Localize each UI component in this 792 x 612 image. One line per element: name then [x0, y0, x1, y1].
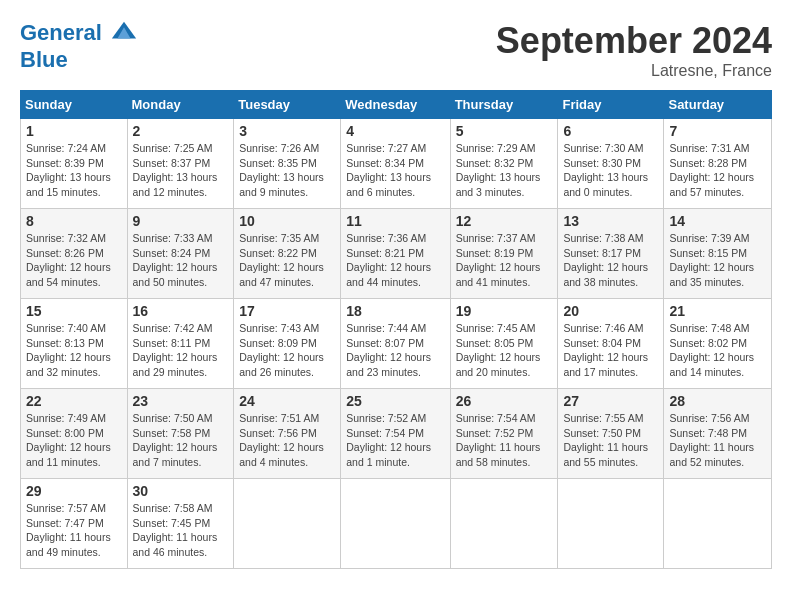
calendar-cell: 7 Sunrise: 7:31 AMSunset: 8:28 PMDayligh… [664, 119, 772, 209]
day-number: 12 [456, 213, 553, 229]
day-info: Sunrise: 7:56 AMSunset: 7:48 PMDaylight:… [669, 411, 766, 470]
header-row: Sunday Monday Tuesday Wednesday Thursday… [21, 91, 772, 119]
calendar-cell: 17 Sunrise: 7:43 AMSunset: 8:09 PMDaylig… [234, 299, 341, 389]
day-number: 27 [563, 393, 658, 409]
calendar-cell: 23 Sunrise: 7:50 AMSunset: 7:58 PMDaylig… [127, 389, 234, 479]
calendar-cell: 13 Sunrise: 7:38 AMSunset: 8:17 PMDaylig… [558, 209, 664, 299]
day-number: 29 [26, 483, 122, 499]
day-number: 4 [346, 123, 444, 139]
day-info: Sunrise: 7:37 AMSunset: 8:19 PMDaylight:… [456, 231, 553, 290]
day-info: Sunrise: 7:45 AMSunset: 8:05 PMDaylight:… [456, 321, 553, 380]
calendar-cell: 3 Sunrise: 7:26 AMSunset: 8:35 PMDayligh… [234, 119, 341, 209]
day-info: Sunrise: 7:55 AMSunset: 7:50 PMDaylight:… [563, 411, 658, 470]
calendar-cell: 2 Sunrise: 7:25 AMSunset: 8:37 PMDayligh… [127, 119, 234, 209]
day-number: 2 [133, 123, 229, 139]
day-info: Sunrise: 7:43 AMSunset: 8:09 PMDaylight:… [239, 321, 335, 380]
day-number: 20 [563, 303, 658, 319]
day-number: 10 [239, 213, 335, 229]
day-info: Sunrise: 7:39 AMSunset: 8:15 PMDaylight:… [669, 231, 766, 290]
day-number: 21 [669, 303, 766, 319]
day-number: 24 [239, 393, 335, 409]
location: Latresne, France [496, 62, 772, 80]
logo-text: General [20, 20, 138, 48]
day-info: Sunrise: 7:52 AMSunset: 7:54 PMDaylight:… [346, 411, 444, 470]
calendar-cell: 15 Sunrise: 7:40 AMSunset: 8:13 PMDaylig… [21, 299, 128, 389]
day-info: Sunrise: 7:46 AMSunset: 8:04 PMDaylight:… [563, 321, 658, 380]
table-row: 8 Sunrise: 7:32 AMSunset: 8:26 PMDayligh… [21, 209, 772, 299]
day-info: Sunrise: 7:54 AMSunset: 7:52 PMDaylight:… [456, 411, 553, 470]
col-friday: Friday [558, 91, 664, 119]
day-info: Sunrise: 7:58 AMSunset: 7:45 PMDaylight:… [133, 501, 229, 560]
day-number: 16 [133, 303, 229, 319]
day-info: Sunrise: 7:49 AMSunset: 8:00 PMDaylight:… [26, 411, 122, 470]
calendar-cell [450, 479, 558, 569]
calendar-cell [664, 479, 772, 569]
calendar-cell: 19 Sunrise: 7:45 AMSunset: 8:05 PMDaylig… [450, 299, 558, 389]
calendar-cell: 6 Sunrise: 7:30 AMSunset: 8:30 PMDayligh… [558, 119, 664, 209]
calendar-cell: 20 Sunrise: 7:46 AMSunset: 8:04 PMDaylig… [558, 299, 664, 389]
day-info: Sunrise: 7:30 AMSunset: 8:30 PMDaylight:… [563, 141, 658, 200]
table-row: 15 Sunrise: 7:40 AMSunset: 8:13 PMDaylig… [21, 299, 772, 389]
col-tuesday: Tuesday [234, 91, 341, 119]
day-number: 30 [133, 483, 229, 499]
calendar-cell: 27 Sunrise: 7:55 AMSunset: 7:50 PMDaylig… [558, 389, 664, 479]
table-row: 29 Sunrise: 7:57 AMSunset: 7:47 PMDaylig… [21, 479, 772, 569]
col-sunday: Sunday [21, 91, 128, 119]
day-number: 8 [26, 213, 122, 229]
calendar-cell: 11 Sunrise: 7:36 AMSunset: 8:21 PMDaylig… [341, 209, 450, 299]
day-number: 15 [26, 303, 122, 319]
calendar-cell [558, 479, 664, 569]
day-number: 25 [346, 393, 444, 409]
day-number: 6 [563, 123, 658, 139]
logo: General Blue [20, 20, 138, 72]
calendar-cell: 5 Sunrise: 7:29 AMSunset: 8:32 PMDayligh… [450, 119, 558, 209]
day-info: Sunrise: 7:50 AMSunset: 7:58 PMDaylight:… [133, 411, 229, 470]
calendar-cell: 29 Sunrise: 7:57 AMSunset: 7:47 PMDaylig… [21, 479, 128, 569]
calendar-cell: 8 Sunrise: 7:32 AMSunset: 8:26 PMDayligh… [21, 209, 128, 299]
calendar-cell: 28 Sunrise: 7:56 AMSunset: 7:48 PMDaylig… [664, 389, 772, 479]
month-title: September 2024 [496, 20, 772, 62]
table-row: 22 Sunrise: 7:49 AMSunset: 8:00 PMDaylig… [21, 389, 772, 479]
day-number: 14 [669, 213, 766, 229]
day-number: 11 [346, 213, 444, 229]
day-number: 26 [456, 393, 553, 409]
day-info: Sunrise: 7:40 AMSunset: 8:13 PMDaylight:… [26, 321, 122, 380]
day-info: Sunrise: 7:26 AMSunset: 8:35 PMDaylight:… [239, 141, 335, 200]
day-number: 23 [133, 393, 229, 409]
day-info: Sunrise: 7:44 AMSunset: 8:07 PMDaylight:… [346, 321, 444, 380]
calendar-cell [341, 479, 450, 569]
day-info: Sunrise: 7:24 AMSunset: 8:39 PMDaylight:… [26, 141, 122, 200]
day-info: Sunrise: 7:48 AMSunset: 8:02 PMDaylight:… [669, 321, 766, 380]
day-info: Sunrise: 7:57 AMSunset: 7:47 PMDaylight:… [26, 501, 122, 560]
calendar-cell: 24 Sunrise: 7:51 AMSunset: 7:56 PMDaylig… [234, 389, 341, 479]
calendar-cell: 4 Sunrise: 7:27 AMSunset: 8:34 PMDayligh… [341, 119, 450, 209]
day-number: 28 [669, 393, 766, 409]
day-info: Sunrise: 7:32 AMSunset: 8:26 PMDaylight:… [26, 231, 122, 290]
day-number: 5 [456, 123, 553, 139]
day-info: Sunrise: 7:27 AMSunset: 8:34 PMDaylight:… [346, 141, 444, 200]
day-number: 13 [563, 213, 658, 229]
day-number: 7 [669, 123, 766, 139]
calendar-cell: 12 Sunrise: 7:37 AMSunset: 8:19 PMDaylig… [450, 209, 558, 299]
title-block: September 2024 Latresne, France [496, 20, 772, 80]
calendar-cell: 16 Sunrise: 7:42 AMSunset: 8:11 PMDaylig… [127, 299, 234, 389]
col-monday: Monday [127, 91, 234, 119]
calendar-cell: 14 Sunrise: 7:39 AMSunset: 8:15 PMDaylig… [664, 209, 772, 299]
calendar-cell: 26 Sunrise: 7:54 AMSunset: 7:52 PMDaylig… [450, 389, 558, 479]
table-row: 1 Sunrise: 7:24 AMSunset: 8:39 PMDayligh… [21, 119, 772, 209]
day-number: 19 [456, 303, 553, 319]
day-number: 17 [239, 303, 335, 319]
calendar-cell: 25 Sunrise: 7:52 AMSunset: 7:54 PMDaylig… [341, 389, 450, 479]
logo-text2: Blue [20, 48, 138, 72]
day-number: 1 [26, 123, 122, 139]
day-info: Sunrise: 7:38 AMSunset: 8:17 PMDaylight:… [563, 231, 658, 290]
calendar-cell: 18 Sunrise: 7:44 AMSunset: 8:07 PMDaylig… [341, 299, 450, 389]
calendar-cell: 22 Sunrise: 7:49 AMSunset: 8:00 PMDaylig… [21, 389, 128, 479]
page-header: General Blue September 2024 Latresne, Fr… [20, 20, 772, 80]
calendar-table: Sunday Monday Tuesday Wednesday Thursday… [20, 90, 772, 569]
day-number: 22 [26, 393, 122, 409]
day-info: Sunrise: 7:29 AMSunset: 8:32 PMDaylight:… [456, 141, 553, 200]
calendar-cell: 1 Sunrise: 7:24 AMSunset: 8:39 PMDayligh… [21, 119, 128, 209]
calendar-cell: 30 Sunrise: 7:58 AMSunset: 7:45 PMDaylig… [127, 479, 234, 569]
day-info: Sunrise: 7:36 AMSunset: 8:21 PMDaylight:… [346, 231, 444, 290]
